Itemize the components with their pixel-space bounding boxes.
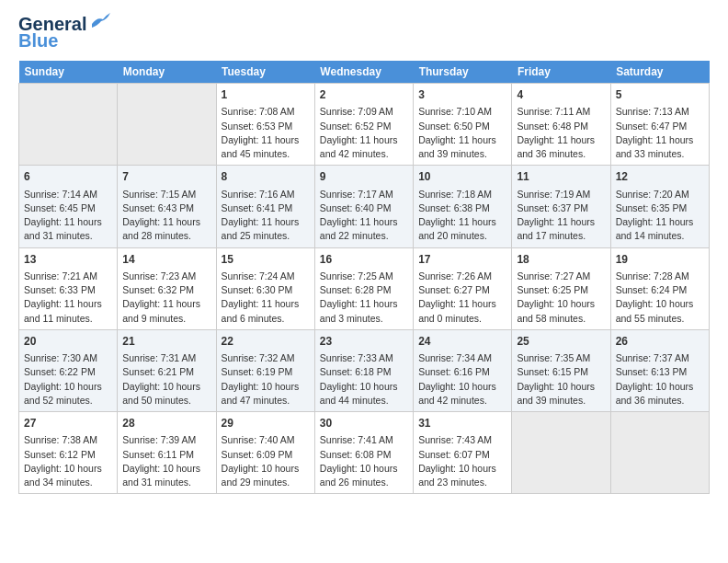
- sunset-text: Sunset: 6:25 PM: [517, 284, 588, 295]
- daylight-text: Daylight: 11 hours and 33 minutes.: [616, 134, 694, 159]
- day-number: 7: [122, 169, 210, 185]
- sunrise-text: Sunrise: 7:26 AM: [418, 270, 492, 282]
- day-cell-11: 11Sunrise: 7:19 AMSunset: 6:37 PMDayligh…: [512, 166, 610, 247]
- sunset-text: Sunset: 6:45 PM: [24, 202, 96, 213]
- sunrise-text: Sunrise: 7:08 AM: [222, 106, 295, 117]
- day-number: 1: [222, 87, 310, 103]
- sunset-text: Sunset: 6:16 PM: [418, 366, 490, 377]
- sunrise-text: Sunrise: 7:20 AM: [616, 189, 689, 200]
- daylight-text: Daylight: 11 hours and 31 minutes.: [24, 216, 102, 241]
- daylight-text: Daylight: 10 hours and 42 minutes.: [418, 381, 496, 406]
- daylight-text: Daylight: 10 hours and 52 minutes.: [24, 381, 102, 406]
- weekday-wednesday: Wednesday: [314, 61, 413, 84]
- logo-bird-icon: [90, 13, 110, 28]
- weekday-header-row: SundayMondayTuesdayWednesdayThursdayFrid…: [19, 61, 710, 84]
- daylight-text: Daylight: 11 hours and 11 minutes.: [24, 298, 102, 323]
- day-cell-20: 20Sunrise: 7:30 AMSunset: 6:22 PMDayligh…: [19, 329, 118, 411]
- week-row-2: 6Sunrise: 7:14 AMSunset: 6:45 PMDaylight…: [19, 166, 710, 247]
- daylight-text: Daylight: 11 hours and 39 minutes.: [418, 134, 496, 159]
- daylight-text: Daylight: 10 hours and 58 minutes.: [517, 298, 595, 323]
- sunset-text: Sunset: 6:19 PM: [222, 366, 293, 377]
- sunset-text: Sunset: 6:11 PM: [122, 449, 194, 460]
- sunrise-text: Sunrise: 7:10 AM: [418, 106, 492, 117]
- sunrise-text: Sunrise: 7:43 AM: [418, 434, 492, 445]
- sunrise-text: Sunrise: 7:32 AM: [222, 352, 295, 363]
- sunset-text: Sunset: 6:24 PM: [616, 284, 688, 295]
- day-cell-19: 19Sunrise: 7:28 AMSunset: 6:24 PMDayligh…: [610, 247, 709, 329]
- sunrise-text: Sunrise: 7:40 AM: [222, 434, 295, 445]
- day-number: 25: [517, 334, 605, 350]
- sunrise-text: Sunrise: 7:31 AM: [122, 352, 196, 363]
- weekday-friday: Friday: [512, 61, 610, 84]
- sunset-text: Sunset: 6:48 PM: [517, 121, 588, 132]
- day-number: 16: [320, 252, 408, 268]
- day-cell-25: 25Sunrise: 7:35 AMSunset: 6:15 PMDayligh…: [512, 329, 610, 411]
- sunset-text: Sunset: 6:13 PM: [616, 366, 688, 377]
- sunrise-text: Sunrise: 7:30 AM: [24, 352, 97, 363]
- daylight-text: Daylight: 10 hours and 26 minutes.: [320, 463, 398, 488]
- sunset-text: Sunset: 6:12 PM: [24, 449, 96, 460]
- day-cell-22: 22Sunrise: 7:32 AMSunset: 6:19 PMDayligh…: [216, 329, 314, 411]
- sunrise-text: Sunrise: 7:25 AM: [320, 270, 393, 282]
- empty-cell: [512, 412, 610, 494]
- sunset-text: Sunset: 6:52 PM: [320, 121, 392, 132]
- daylight-text: Daylight: 11 hours and 28 minutes.: [122, 216, 200, 241]
- daylight-text: Daylight: 11 hours and 3 minutes.: [320, 298, 398, 323]
- day-cell-2: 2Sunrise: 7:09 AMSunset: 6:52 PMDaylight…: [314, 84, 413, 166]
- day-number: 10: [418, 169, 506, 185]
- day-cell-13: 13Sunrise: 7:21 AMSunset: 6:33 PMDayligh…: [19, 247, 118, 329]
- daylight-text: Daylight: 11 hours and 20 minutes.: [418, 216, 496, 241]
- sunset-text: Sunset: 6:07 PM: [418, 449, 490, 460]
- weekday-monday: Monday: [118, 61, 216, 84]
- day-number: 17: [418, 252, 506, 268]
- sunrise-text: Sunrise: 7:16 AM: [222, 189, 295, 200]
- day-number: 21: [122, 334, 210, 350]
- day-number: 28: [122, 416, 210, 431]
- day-cell-29: 29Sunrise: 7:40 AMSunset: 6:09 PMDayligh…: [216, 412, 314, 494]
- sunrise-text: Sunrise: 7:37 AM: [616, 352, 689, 363]
- sunset-text: Sunset: 6:28 PM: [320, 284, 392, 295]
- daylight-text: Daylight: 11 hours and 25 minutes.: [222, 216, 300, 241]
- sunrise-text: Sunrise: 7:14 AM: [24, 189, 97, 200]
- day-cell-23: 23Sunrise: 7:33 AMSunset: 6:18 PMDayligh…: [314, 329, 413, 411]
- logo: General Blue: [18, 15, 110, 52]
- day-number: 31: [418, 416, 506, 431]
- sunrise-text: Sunrise: 7:23 AM: [122, 270, 196, 282]
- day-cell-12: 12Sunrise: 7:20 AMSunset: 6:35 PMDayligh…: [610, 166, 709, 247]
- day-number: 13: [24, 252, 112, 268]
- weekday-thursday: Thursday: [414, 61, 512, 84]
- sunset-text: Sunset: 6:18 PM: [320, 366, 392, 377]
- day-cell-26: 26Sunrise: 7:37 AMSunset: 6:13 PMDayligh…: [610, 329, 709, 411]
- sunrise-text: Sunrise: 7:39 AM: [122, 434, 196, 445]
- sunrise-text: Sunrise: 7:33 AM: [320, 352, 393, 363]
- day-number: 2: [320, 87, 408, 103]
- day-number: 18: [517, 252, 605, 268]
- sunrise-text: Sunrise: 7:15 AM: [122, 189, 196, 200]
- sunrise-text: Sunrise: 7:09 AM: [320, 106, 393, 117]
- day-cell-7: 7Sunrise: 7:15 AMSunset: 6:43 PMDaylight…: [118, 166, 216, 247]
- sunset-text: Sunset: 6:40 PM: [320, 202, 392, 213]
- day-number: 12: [616, 169, 704, 185]
- day-cell-1: 1Sunrise: 7:08 AMSunset: 6:53 PMDaylight…: [216, 84, 314, 166]
- sunset-text: Sunset: 6:32 PM: [122, 284, 194, 295]
- sunrise-text: Sunrise: 7:24 AM: [222, 270, 295, 282]
- day-cell-10: 10Sunrise: 7:18 AMSunset: 6:38 PMDayligh…: [414, 166, 512, 247]
- daylight-text: Daylight: 10 hours and 23 minutes.: [418, 463, 496, 488]
- sunset-text: Sunset: 6:35 PM: [616, 202, 688, 213]
- day-cell-18: 18Sunrise: 7:27 AMSunset: 6:25 PMDayligh…: [512, 247, 610, 329]
- daylight-text: Daylight: 11 hours and 9 minutes.: [122, 298, 200, 323]
- sunset-text: Sunset: 6:22 PM: [24, 366, 96, 377]
- day-number: 24: [418, 334, 506, 350]
- sunrise-text: Sunrise: 7:17 AM: [320, 189, 393, 200]
- day-cell-6: 6Sunrise: 7:14 AMSunset: 6:45 PMDaylight…: [19, 166, 118, 247]
- sunset-text: Sunset: 6:30 PM: [222, 284, 293, 295]
- day-number: 14: [122, 252, 210, 268]
- day-number: 27: [24, 416, 112, 431]
- week-row-3: 13Sunrise: 7:21 AMSunset: 6:33 PMDayligh…: [19, 247, 710, 329]
- day-number: 26: [616, 334, 704, 350]
- day-number: 5: [616, 87, 704, 103]
- day-number: 11: [517, 169, 605, 185]
- day-number: 8: [222, 169, 310, 185]
- sunset-text: Sunset: 6:33 PM: [24, 284, 96, 295]
- empty-cell: [19, 84, 118, 166]
